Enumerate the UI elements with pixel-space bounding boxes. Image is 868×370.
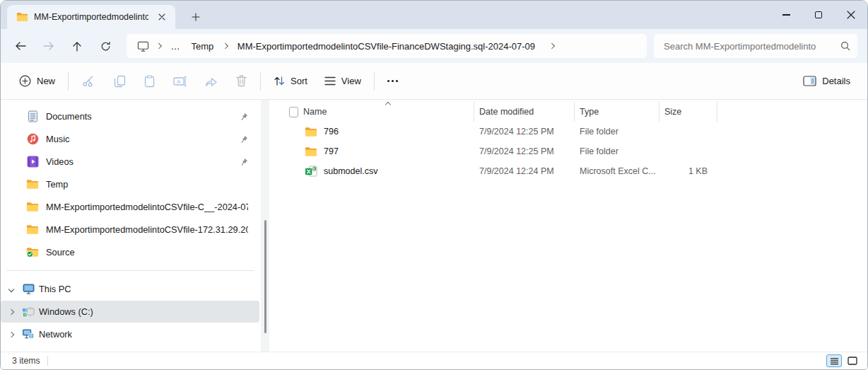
refresh-icon <box>100 41 111 52</box>
sidebar-tree-item[interactable]: This PC <box>1 278 258 300</box>
svg-text:A: A <box>177 79 181 85</box>
sidebar-tree-item[interactable]: Windows (C:) <box>1 301 259 323</box>
breadcrumb-item-current[interactable]: MM-ExportimportedmodelintoCSVfile-Financ… <box>233 39 540 54</box>
pin-icon <box>240 158 248 166</box>
sidebar-item[interactable]: Temp <box>1 173 258 195</box>
see-more-button[interactable] <box>379 74 406 88</box>
paste-button[interactable] <box>135 69 164 93</box>
tab-close-icon[interactable] <box>154 9 170 25</box>
sidebar-item-label: Source <box>46 247 248 258</box>
folder-icon <box>26 224 39 235</box>
file-type: File folder <box>575 146 659 156</box>
forward-button[interactable] <box>36 34 61 58</box>
status-separator <box>47 356 48 366</box>
window-controls <box>770 1 867 29</box>
column-header-type[interactable]: Type <box>575 102 659 122</box>
sidebar-item[interactable]: Music <box>1 128 258 150</box>
details-pane-button[interactable]: Details <box>796 70 857 92</box>
file-list-pane: Name Date modified Type Size <box>271 100 867 352</box>
command-toolbar: New A Sort View <box>1 63 867 100</box>
sidebar-item[interactable]: MM-ExportimportedmodelintoCSVfile-172.31… <box>1 219 258 241</box>
search-box[interactable] <box>654 34 857 58</box>
minimize-icon <box>782 14 790 15</box>
breadcrumb-item-temp[interactable]: Temp <box>187 39 219 54</box>
details-button-label: Details <box>822 76 850 86</box>
sort-button-label: Sort <box>291 76 307 86</box>
sidebar-item[interactable]: Documents <box>1 105 258 127</box>
close-button[interactable] <box>835 1 867 29</box>
sidebar-scrollbar-track[interactable] <box>261 100 269 352</box>
cut-button[interactable] <box>73 69 105 93</box>
select-all-checkbox-cell[interactable] <box>280 102 298 122</box>
folder-icon <box>16 11 28 23</box>
share-button[interactable] <box>196 69 227 93</box>
select-all-checkbox[interactable] <box>289 107 298 117</box>
documents-icon <box>28 110 38 122</box>
sidebar-item-label: Documents <box>46 111 233 122</box>
search-input[interactable] <box>664 41 836 52</box>
folder-synced-icon <box>26 247 39 258</box>
videos-icon <box>27 156 39 168</box>
folder-icon <box>26 202 39 212</box>
large-icons-view-toggle[interactable] <box>845 354 860 367</box>
sidebar-tree-item[interactable]: Network <box>1 323 258 345</box>
sidebar-tree-label: Windows (C:) <box>39 306 93 317</box>
file-explorer-window: MM-Exportimportedmodelinto <box>0 0 868 370</box>
refresh-button[interactable] <box>93 34 118 58</box>
sort-button[interactable]: Sort <box>265 70 316 92</box>
sort-icon <box>274 76 285 86</box>
new-tab-button[interactable] <box>185 7 206 27</box>
file-name: 797 <box>324 146 339 156</box>
chevron-right-icon <box>156 43 162 49</box>
copy-button[interactable] <box>105 69 135 93</box>
close-icon <box>847 11 855 19</box>
file-row[interactable]: a submodel.csv 7/9/2024 12:24 PM Microso… <box>280 161 867 181</box>
file-row[interactable]: 797 7/9/2024 12:25 PM File folder <box>280 141 867 161</box>
file-row[interactable]: 796 7/9/2024 12:25 PM File folder <box>280 122 867 141</box>
column-header-type-label: Type <box>580 107 599 117</box>
file-type: File folder <box>575 127 659 137</box>
file-date-modified: 7/9/2024 12:24 PM <box>474 166 575 176</box>
sidebar-tree-label: This PC <box>39 284 71 294</box>
delete-button[interactable] <box>227 69 256 93</box>
windows-drive-icon <box>22 306 35 318</box>
folder-icon <box>305 127 317 137</box>
sidebar-item-label: MM-ExportimportedmodelintoCSVfile-172.31… <box>46 224 248 235</box>
sidebar-item-label: MM-ExportimportedmodelintoCSVfile-C__-20… <box>46 202 248 212</box>
explorer-tab[interactable]: MM-Exportimportedmodelinto <box>7 5 175 29</box>
paste-icon <box>144 75 155 88</box>
sidebar-item[interactable]: Source <box>1 241 258 263</box>
sidebar-tree-label: Network <box>39 329 72 340</box>
back-button[interactable] <box>8 34 33 58</box>
rename-button[interactable]: A <box>164 70 196 93</box>
this-pc-monitor-icon[interactable] <box>136 40 149 52</box>
sidebar-divider <box>6 270 254 271</box>
column-header-name[interactable]: Name <box>298 102 474 122</box>
sidebar-scrollbar-thumb[interactable] <box>264 220 266 333</box>
breadcrumb[interactable]: … Temp MM-ExportimportedmodelintoCSVfile… <box>127 34 647 58</box>
minimize-button[interactable] <box>770 1 802 29</box>
sort-ascending-icon <box>385 102 391 108</box>
column-header-date-modified[interactable]: Date modified <box>474 102 575 122</box>
details-view-toggle[interactable] <box>826 354 842 367</box>
sidebar-item[interactable]: MM-ExportimportedmodelintoCSVfile-C__-20… <box>1 196 258 218</box>
chevron-down-icon <box>9 287 16 291</box>
chevron-right-icon <box>223 43 228 49</box>
back-arrow-icon <box>15 41 26 51</box>
column-header-size[interactable]: Size <box>659 102 717 122</box>
details-pane-icon <box>803 76 816 86</box>
network-icon <box>22 329 35 340</box>
breadcrumb-collapsed[interactable]: … <box>166 39 185 54</box>
sidebar-item[interactable]: Videos <box>1 151 258 173</box>
column-header-name-label: Name <box>303 107 327 117</box>
maximize-icon <box>815 11 822 18</box>
cut-icon <box>82 75 95 87</box>
toolbar-separator <box>374 72 375 91</box>
forward-arrow-icon <box>43 41 54 51</box>
item-count: 3 items <box>12 356 40 366</box>
new-button[interactable]: New <box>11 69 64 93</box>
delete-icon <box>236 75 247 87</box>
maximize-button[interactable] <box>802 1 835 29</box>
view-button[interactable]: View <box>316 70 370 92</box>
up-button[interactable] <box>64 34 90 58</box>
